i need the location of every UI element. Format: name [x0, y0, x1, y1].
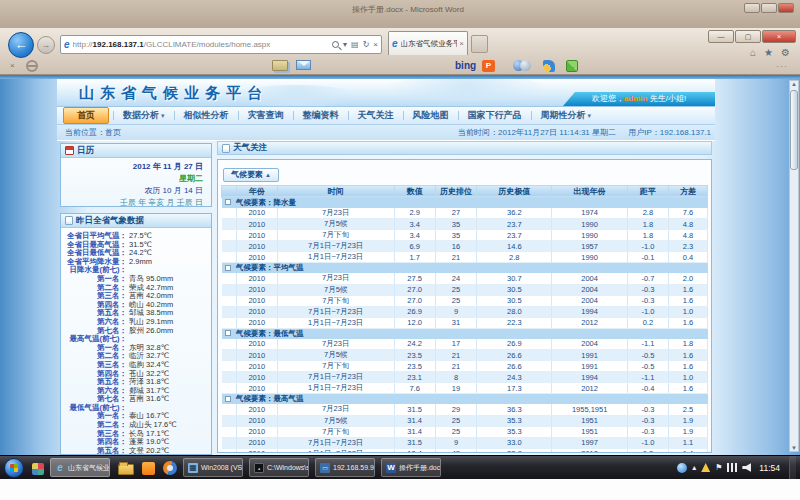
table-header-row: 年份时间数值历史排位历史极值出现年份距平方差: [222, 185, 708, 197]
nav-item-1[interactable]: 首页: [63, 107, 109, 124]
climate-element-button[interactable]: 气候要素 ▲: [223, 168, 279, 182]
calendar-body: 2012 年 11 月 27 日 星期二 农历 10 月 14 日 壬辰 年 辛…: [61, 158, 211, 209]
action-center-flag-icon[interactable]: ⚑: [715, 463, 722, 472]
status-row: 当前位置：首页 当前时间：2012年11月27日 11:14:31 星期二 用户…: [57, 125, 715, 141]
window-icon: ▦: [188, 463, 198, 473]
nav-item-8[interactable]: 国家下行产品: [459, 109, 531, 122]
bing-logo[interactable]: bing: [455, 60, 476, 71]
calendar-panel-header: 日历: [61, 144, 211, 158]
forward-button[interactable]: →: [37, 36, 55, 54]
back-button[interactable]: ←: [8, 32, 34, 58]
new-tab-button[interactable]: [471, 35, 488, 53]
chevron-down-icon[interactable]: ▾: [343, 40, 347, 49]
taskbar-button[interactable]: ▦Win2008 (VS2...: [183, 458, 243, 477]
nav-item-3[interactable]: 相似性分析: [175, 109, 238, 122]
group-checkbox[interactable]: [225, 199, 231, 205]
green-cubes-icon[interactable]: [566, 60, 578, 72]
group-checkbox[interactable]: [225, 265, 231, 271]
table-row[interactable]: 20107月下旬31.42535.31951-0.31.9: [222, 426, 708, 437]
table-row[interactable]: 20107月23日31.52936.31955,1951-0.32.5: [222, 404, 708, 415]
stop-icon[interactable]: ×: [373, 40, 378, 49]
maximize-button[interactable]: ▢: [735, 30, 761, 43]
page-content: 山东省气候业务平台 欢迎您，admin 先生/小姐! 首页数据分析▾相似性分析灾…: [57, 75, 715, 455]
taskbar-clock[interactable]: 11:54: [759, 463, 780, 473]
site-header: 山东省气候业务平台 欢迎您，admin 先生/小姐!: [57, 79, 715, 107]
discs-icon[interactable]: [513, 60, 531, 72]
blocked-circle-icon[interactable]: [26, 60, 38, 72]
orange-app-icon[interactable]: [142, 462, 155, 475]
scroll-up-icon[interactable]: ▲: [790, 81, 798, 87]
solar-date: 2012 年 11 月 27 日: [65, 161, 203, 173]
main-panel: 天气关注 气候要素 ▲ 年份时间数值历史排位历史极值出现年份距平方差气候要素：降…: [217, 141, 712, 455]
nav-item-9[interactable]: 周期性分析▾: [532, 109, 601, 122]
refresh-icon[interactable]: ↻: [363, 40, 370, 49]
toolbar-close-icon[interactable]: ×: [10, 61, 15, 70]
volume-icon[interactable]: [742, 463, 751, 472]
hidden-icons-chevron[interactable]: ▴: [692, 463, 696, 472]
bing-box-icon[interactable]: P: [482, 60, 495, 72]
compatibility-view-icon[interactable]: ▤: [351, 40, 359, 49]
table-row[interactable]: 20107月1日~7月23日6.91614.61957-1.02.3: [222, 241, 708, 252]
nav-item-5[interactable]: 整编资料: [294, 109, 348, 122]
favorites-star-icon[interactable]: ★: [764, 47, 773, 58]
nav-item-2[interactable]: 数据分析▾: [114, 109, 174, 122]
home-icon[interactable]: ⌂: [750, 47, 756, 58]
scroll-down-icon[interactable]: ▼: [790, 445, 798, 451]
main-nav: 首页数据分析▾相似性分析灾害查询整编资料天气关注风险地图国家下行产品周期性分析▾: [57, 107, 715, 125]
table-row[interactable]: 20107月5候31.42535.31951-0.31.9: [222, 415, 708, 426]
start-button[interactable]: [4, 458, 24, 478]
minimize-button[interactable]: —: [708, 30, 734, 43]
taskbar-button[interactable]: e山东省气候业...: [50, 458, 110, 477]
nav-item-7[interactable]: 风险地图: [404, 109, 458, 122]
calendar-panel: 日历 2012 年 11 月 27 日 星期二 农历 10 月 14 日 壬辰 …: [60, 143, 212, 207]
scrollbar-thumb[interactable]: [790, 90, 798, 170]
table-row[interactable]: 20107月23日24.21726.92004-1.11.8: [222, 339, 708, 350]
group-checkbox[interactable]: [225, 330, 231, 336]
search-icon[interactable]: [332, 41, 339, 48]
taskbar-button-label: C:\Windows\s...: [267, 464, 309, 471]
table-row[interactable]: 20107月5候27.02530.52004-0.31.6: [222, 284, 708, 295]
show-desktop-button[interactable]: [789, 456, 796, 480]
warning-tray-icon[interactable]: [701, 463, 710, 472]
table-row[interactable]: 20107月1日~7月23日26.9928.01994-1.01.0: [222, 306, 708, 317]
folder-icon[interactable]: [118, 464, 134, 475]
close-button[interactable]: ×: [762, 30, 796, 43]
table-row[interactable]: 20107月下旬27.02530.52004-0.31.6: [222, 295, 708, 306]
tools-gear-icon[interactable]: ⚙: [781, 47, 790, 58]
column-header: 时间: [277, 185, 394, 197]
table-row[interactable]: 20107月5候23.52126.61991-0.51.6: [222, 350, 708, 361]
table-row[interactable]: 20107月1日~7月23日23.1824.31994-1.11.0: [222, 372, 708, 383]
table-row[interactable]: 20101月1日~7月23日1.7212.81990-0.10.4: [222, 252, 708, 263]
taskbar-button[interactable]: W操作手册.docx ...: [381, 458, 441, 477]
network-icon[interactable]: [727, 463, 737, 472]
table-row[interactable]: 20107月下旬3.43523.719901.84.8: [222, 230, 708, 241]
nav-item-4[interactable]: 灾害查询: [239, 109, 293, 122]
browser-tab[interactable]: e 山东省气候业务平... ×: [388, 31, 468, 55]
table-row[interactable]: 20101月1日~7月23日13.44522.820120.21.4: [222, 448, 708, 453]
taskbar-button[interactable]: ▪C:\Windows\s...: [249, 458, 309, 477]
table-row[interactable]: 20107月下旬23.52126.61991-0.51.6: [222, 361, 708, 372]
vertical-scrollbar[interactable]: ▲ ▼: [789, 80, 799, 452]
taskbar-button-label: 操作手册.docx ...: [399, 463, 441, 473]
table-row[interactable]: 20107月23日2.92736.219742.87.6: [222, 208, 708, 219]
group-checkbox[interactable]: [225, 396, 231, 402]
main-panel-header: 天气关注: [217, 141, 712, 155]
table-row[interactable]: 20101月1日~7月23日7.61917.32012-0.41.6: [222, 383, 708, 394]
bird-icon[interactable]: [543, 60, 555, 72]
bg-minimize-icon: [744, 3, 760, 13]
media-player-icon[interactable]: [163, 461, 177, 475]
address-bar[interactable]: e http://192.168.137.1/GLCCLIMATE/module…: [60, 35, 382, 54]
table-row[interactable]: 20107月23日27.52430.72004-0.72.0: [222, 273, 708, 284]
toolbar-more-icon[interactable]: ···: [776, 61, 788, 71]
table-row[interactable]: 20101月1日~7月23日12.03122.320120.21.6: [222, 317, 708, 328]
weekday: 星期二: [65, 173, 203, 185]
pinned-app-icon[interactable]: [32, 463, 44, 475]
mail-icon[interactable]: [296, 60, 311, 70]
globe-tray-icon[interactable]: [677, 463, 687, 473]
table-row[interactable]: 20107月5候3.43523.719901.84.8: [222, 219, 708, 230]
nav-item-6[interactable]: 天气关注: [349, 109, 403, 122]
table-row[interactable]: 20107月1日~7月23日31.5933.01997-1.01.1: [222, 437, 708, 448]
tab-close-icon[interactable]: ×: [459, 39, 464, 48]
cards-icon[interactable]: [272, 60, 288, 71]
taskbar-button[interactable]: ▭192.168.59.99...: [315, 458, 375, 477]
